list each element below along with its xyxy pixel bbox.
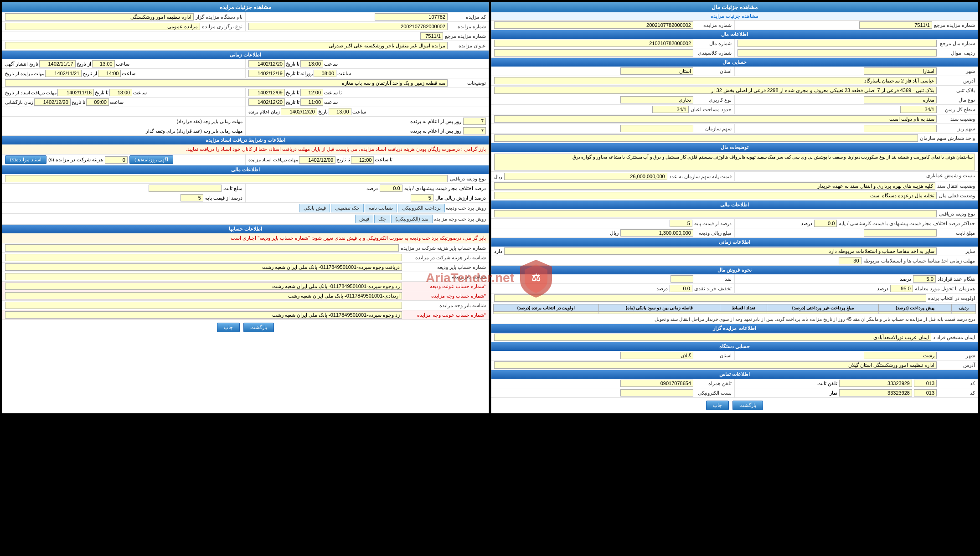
right-back-btn[interactable]: بازگشت [243, 323, 274, 332]
account1-input[interactable] [5, 244, 399, 252]
mobile-input[interactable] [620, 380, 693, 387]
left-back-btn[interactable]: بازگشت [732, 401, 763, 410]
r-auction-number-input[interactable] [248, 23, 448, 30]
address-input[interactable] [494, 77, 937, 84]
bid-from-time2[interactable] [98, 70, 121, 77]
usage-input[interactable] [620, 96, 693, 103]
r-premium-type-input[interactable] [5, 175, 448, 182]
bid-to-time[interactable] [314, 70, 336, 77]
payment2-btn-cash[interactable]: نقد (الکترونیکی) [391, 215, 432, 223]
payment-btn-check[interactable]: چک تضمینی [331, 204, 364, 212]
auction-subject-input[interactable] [5, 42, 448, 49]
winner-t3-date[interactable] [248, 98, 285, 106]
share-input[interactable] [620, 125, 693, 132]
payment-btn-electronic[interactable]: پرداخت الکترونیکی [398, 204, 445, 212]
fixed-amount-input[interactable] [864, 229, 937, 237]
discount-input[interactable] [670, 285, 692, 292]
winner-payment-days[interactable] [463, 118, 486, 125]
time-limit-input[interactable] [839, 257, 861, 264]
mal-source-input[interactable] [738, 40, 937, 47]
cash-input[interactable] [671, 275, 693, 283]
phone-code1-input[interactable] [914, 380, 937, 387]
r-percent-base-input[interactable] [411, 194, 433, 201]
pub-from-date[interactable] [39, 60, 76, 67]
auction-code-input[interactable] [375, 13, 448, 21]
r-fixed-amount[interactable] [149, 185, 222, 192]
winner-t3-time[interactable] [300, 98, 323, 106]
winner-t4-time[interactable] [329, 108, 351, 115]
fax-input[interactable] [839, 389, 912, 396]
receive-docs-time[interactable] [351, 156, 374, 164]
document-input[interactable] [494, 115, 937, 123]
contractor-address-input[interactable] [494, 361, 937, 369]
account-note-input[interactable] [504, 247, 937, 255]
account7-input[interactable] [5, 302, 402, 309]
premium-type-input[interactable] [494, 210, 937, 217]
phone-fixed-input[interactable] [839, 380, 912, 387]
account8-input[interactable] [5, 311, 402, 319]
r-description-input[interactable] [5, 79, 448, 87]
transfer-buyer-input[interactable] [890, 285, 913, 292]
auction-type-input[interactable] [5, 23, 200, 30]
current-status-input[interactable] [494, 192, 937, 199]
payment2-btn-slip[interactable]: فیش [355, 215, 373, 223]
percent-base-input[interactable] [670, 220, 692, 227]
left-breadcrumb[interactable]: مشاهده جزئیات مرایده [491, 12, 978, 21]
mal-type-input[interactable] [864, 96, 937, 103]
bid-to-date[interactable] [248, 70, 285, 77]
province-input[interactable] [620, 67, 693, 75]
premium-amount-input[interactable] [620, 229, 693, 237]
priority-input[interactable] [494, 294, 926, 302]
docs-btn[interactable]: اسناد مزایده(s) [5, 155, 46, 164]
account3-input[interactable] [5, 263, 402, 271]
auction-number-input[interactable] [494, 21, 693, 29]
winner-contract-days[interactable] [463, 127, 486, 134]
winner-t1-date[interactable] [248, 89, 285, 96]
bid-from-date[interactable] [45, 70, 82, 77]
winner-t4-date2[interactable] [34, 98, 71, 106]
receive-docs-date[interactable] [299, 156, 335, 164]
transfer-input[interactable] [494, 182, 935, 190]
email-input[interactable] [620, 389, 693, 396]
radif-input[interactable] [738, 49, 937, 57]
area-ground-input[interactable] [652, 106, 689, 113]
right-print-btn[interactable]: چاپ [217, 323, 240, 332]
city-input[interactable] [864, 67, 937, 75]
contractor-agent-input[interactable] [494, 334, 931, 341]
participants-input[interactable] [105, 156, 128, 164]
ref-number-input[interactable] [859, 21, 932, 29]
r-percent-base2-input[interactable] [181, 194, 203, 201]
account4-input[interactable] [5, 273, 402, 280]
r-ref-number-input[interactable] [420, 32, 443, 40]
area-total-input[interactable] [900, 106, 937, 113]
left-print-btn[interactable]: چاپ [706, 401, 729, 410]
pub-from-time[interactable] [300, 60, 323, 67]
contract-time-input[interactable] [913, 275, 936, 283]
organizer-input[interactable] [5, 13, 194, 21]
description-input[interactable]: ساختمان بتونی با نمای کاموزیت و شیشه بند… [494, 154, 975, 170]
shareholders-input[interactable] [494, 134, 918, 142]
winner-t2-time[interactable] [109, 89, 132, 96]
percent-diff-input[interactable] [814, 220, 837, 227]
r-time1[interactable] [92, 60, 115, 67]
block-input[interactable] [494, 87, 937, 94]
payment2-btn-check[interactable]: چک [374, 215, 390, 223]
payment-btn-guarantee[interactable]: ضمانت نامه [365, 204, 397, 212]
winner-t1-time[interactable] [300, 89, 323, 96]
contractor-city-input[interactable] [864, 352, 937, 359]
kalasbandi-input[interactable] [494, 49, 693, 57]
winner-t2-date[interactable] [57, 89, 94, 96]
winner-t4-date[interactable] [281, 108, 317, 115]
account2-input[interactable] [5, 254, 402, 261]
mal-number-input[interactable] [494, 40, 693, 47]
account5-input[interactable] [5, 283, 402, 290]
payment-btn-slip[interactable]: فیش بانکی [299, 204, 330, 212]
pub-to-date[interactable] [248, 60, 285, 67]
show-docs-btn[interactable]: آگهی روزنامه(ها) [129, 155, 173, 164]
r-percent-diff-input[interactable] [380, 185, 402, 192]
account6-input[interactable] [5, 292, 402, 299]
contractor-province-input[interactable] [620, 352, 693, 359]
winner-t4-time2[interactable] [86, 98, 109, 106]
fax-code-input[interactable] [914, 389, 937, 396]
share2-input[interactable] [864, 125, 937, 132]
